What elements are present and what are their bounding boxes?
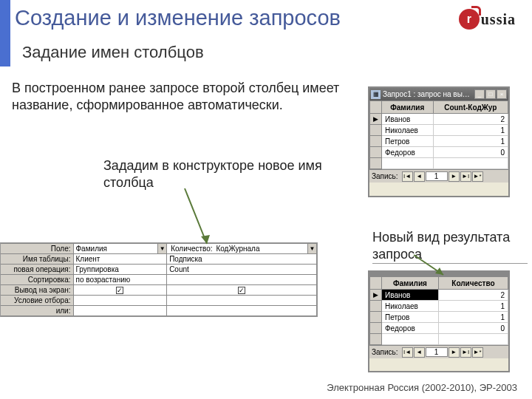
qbe-criteria-col1[interactable] (73, 296, 167, 306)
nav-first-button[interactable]: I◄ (402, 347, 413, 358)
nav-first-button[interactable]: I◄ (402, 171, 413, 182)
cell[interactable]: Николаев (382, 125, 434, 136)
qbe-sort-col2[interactable] (167, 275, 317, 285)
record-position-input[interactable] (426, 347, 448, 357)
cell[interactable]: 1 (438, 312, 508, 323)
result-window-1: ▦ Запрос1 : запрос на вы… _ □ × ФамилияC… (368, 86, 510, 197)
qbe-label-total: повая операция: (1, 265, 73, 275)
cell[interactable]: Федоров (382, 323, 439, 334)
col-header[interactable]: Фамилия (382, 101, 434, 114)
datasheet-icon: ▦ (371, 90, 381, 99)
dropdown-icon[interactable]: ▼ (157, 244, 166, 253)
row-marker: ▶ (370, 290, 382, 301)
cell[interactable]: 2 (438, 290, 508, 301)
cell[interactable]: 1 (433, 136, 508, 147)
record-label: Запись: (372, 348, 398, 356)
dropdown-icon[interactable]: ▼ (307, 244, 316, 253)
nav-new-button[interactable]: ►* (472, 171, 483, 182)
record-label: Запись: (372, 172, 398, 180)
cell[interactable] (382, 158, 434, 169)
col-header[interactable]: Фамилия (382, 277, 439, 290)
cell[interactable] (382, 334, 439, 345)
qbe-label-criteria: Условие отбора: (1, 296, 73, 306)
result-window-2: ФамилияКоличество ▶Иванов2 Николаев1 Пет… (368, 270, 510, 372)
nav-new-button[interactable]: ►* (472, 347, 483, 358)
nav-prev-button[interactable]: ◄ (414, 171, 425, 182)
qbe-field-col2[interactable]: Количество: КодЖурнала▼ (167, 244, 317, 254)
cell[interactable]: Петров (382, 312, 439, 323)
paragraph-3: Новый вид результата запроса (372, 229, 528, 264)
datasheet-grid[interactable]: ФамилияКоличество ▶Иванов2 Николаев1 Пет… (369, 276, 508, 345)
nav-last-button[interactable]: ►I (460, 171, 471, 182)
datasheet-grid[interactable]: ФамилияCount-КодЖур ▶Иванов2 Николаев1 П… (369, 100, 508, 169)
cell[interactable]: Иванов (382, 290, 439, 301)
cell[interactable]: 0 (433, 147, 508, 158)
cell[interactable]: Федоров (382, 147, 434, 158)
minimize-button[interactable]: _ (474, 89, 485, 99)
row-marker: ▶ (370, 114, 382, 125)
cell[interactable]: Иванов (382, 114, 434, 125)
record-navigator: Запись: I◄ ◄ ► ►I ►* (369, 345, 508, 358)
nav-prev-button[interactable]: ◄ (414, 347, 425, 358)
qbe-or-col1[interactable] (73, 306, 167, 316)
paragraph-1: В построенном ранее запросе второй столб… (12, 80, 344, 113)
cell[interactable]: 2 (433, 114, 508, 125)
nav-next-button[interactable]: ► (449, 171, 460, 182)
close-button[interactable]: × (497, 89, 507, 99)
qbe-show-col2[interactable]: ✓ (167, 285, 317, 296)
paragraph-2: Зададим в конструкторе новое имя столбца (103, 157, 340, 191)
cell[interactable]: 1 (433, 125, 508, 136)
window-title: Запрос1 : запрос на вы… (383, 90, 474, 98)
cell[interactable]: Николаев (382, 301, 439, 312)
svg-line-0 (185, 188, 207, 244)
cell[interactable] (438, 334, 508, 345)
slide-title: Создание и изменение запросов (15, 6, 341, 30)
cell[interactable] (433, 158, 508, 169)
logo-dot: r (459, 9, 480, 30)
qbe-or-col2[interactable] (167, 306, 317, 316)
record-navigator: Запись: I◄ ◄ ► ►I ►* (369, 169, 508, 183)
qbe-show-col1[interactable]: ✓ (73, 285, 167, 296)
qbe-label-show: Вывод на экран: (1, 285, 73, 296)
qbe-total-col2[interactable]: Count (167, 265, 317, 275)
query-designer-grid[interactable]: Поле: Фамилия▼ Количество: КодЖурнала▼ И… (0, 242, 318, 317)
qbe-label-table: Имя таблицы: (1, 254, 73, 265)
nav-last-button[interactable]: ►I (460, 347, 471, 358)
cell[interactable]: 0 (438, 323, 508, 334)
qbe-sort-col1[interactable]: по возрастанию (73, 275, 167, 285)
qbe-total-col1[interactable]: Группировка (73, 265, 167, 275)
logo-text: ussia (481, 11, 516, 28)
maximize-button[interactable]: □ (485, 89, 496, 99)
titlebar[interactable]: ▦ Запрос1 : запрос на вы… _ □ × (369, 88, 508, 100)
qbe-label-sort: Сортировка: (1, 275, 73, 285)
cell[interactable]: Петров (382, 136, 434, 147)
qbe-label-field: Поле: (1, 244, 73, 254)
col-header[interactable]: Количество (438, 277, 508, 290)
arrow-annotation (177, 185, 222, 251)
qbe-field-col1[interactable]: Фамилия▼ (73, 244, 167, 254)
nav-next-button[interactable]: ► (449, 347, 460, 358)
slide-subtitle: Задание имен столбцов (22, 43, 204, 62)
footer-text: Электронная Россия (2002-2010), ЭР-2003 (327, 382, 517, 393)
cell[interactable]: 1 (438, 301, 508, 312)
qbe-criteria-col2[interactable] (167, 296, 317, 306)
qbe-table-col2[interactable]: Подписка (167, 254, 317, 265)
col-header[interactable]: Count-КодЖур (433, 101, 508, 114)
qbe-table-col1[interactable]: Клиент (73, 254, 167, 265)
record-position-input[interactable] (426, 171, 448, 181)
qbe-label-or: или: (1, 306, 73, 316)
logo: r ussia (459, 9, 516, 30)
